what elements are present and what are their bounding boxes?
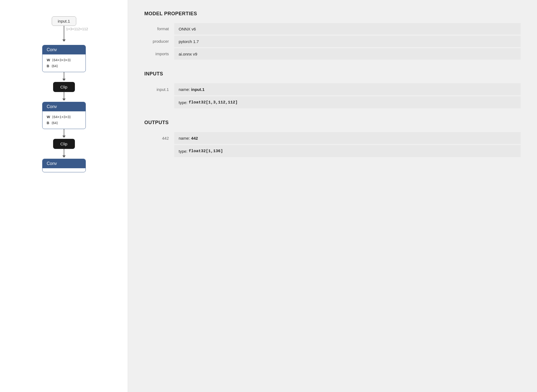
conv1-param-w: W ⟨64×3×3×3⟩ [47,57,81,63]
prop-row-format: format ONNX v6 [144,23,521,35]
prop-value-producer: pytorch 1.7 [174,36,521,47]
input-row-1: input.1 name: input.1 type: float32[1,3,… [144,83,521,109]
model-properties-section: MODEL PROPERTIES format ONNX v6 producer… [144,11,521,60]
outputs-section: OUTPUTS 442 name: 442 type: float32[1,13… [144,120,521,158]
prop-key-producer: producer [144,36,174,47]
conv3-node[interactable]: Conv [42,159,86,172]
prop-key-format: format [144,23,174,34]
conv2-param-b: B ⟨64⟩ [47,120,81,126]
clip1-node[interactable]: Clip [53,82,75,92]
properties-panel: MODEL PROPERTIES format ONNX v6 producer… [128,0,537,392]
input-node[interactable]: input.1 [52,16,76,26]
conv1-body: W ⟨64×3×3×3⟩ B ⟨64⟩ [42,54,86,72]
inputs-title: INPUTS [144,71,521,77]
prop-row-imports: imports ai.onnx v9 [144,48,521,60]
conv3-header: Conv [42,159,86,168]
conv1-node[interactable]: Conv W ⟨64×3×3×3⟩ B ⟨64⟩ [42,45,86,72]
graph-container: input.1 1×3×112×112 Conv W ⟨64×3×3×3⟩ B … [42,16,86,172]
conv2-node[interactable]: Conv W ⟨64×1×3×3⟩ B ⟨64⟩ [42,102,86,129]
clip1-label: Clip [60,85,68,89]
conv1-param-b: B ⟨64⟩ [47,63,81,69]
conv1-header: Conv [42,45,86,54]
conv2-body: W ⟨64×1×3×3⟩ B ⟨64⟩ [42,111,86,129]
prop-value-imports: ai.onnx v9 [174,48,521,60]
prop-row-producer: producer pytorch 1.7 [144,36,521,48]
edge1-label: 1×3×112×112 [66,27,88,31]
conv2-param-w: W ⟨64×1×3×3⟩ [47,114,81,120]
input-value-block-1: name: input.1 type: float32[1,3,112,112] [174,83,521,109]
input-node-label: input.1 [58,19,70,23]
conv2-header: Conv [42,102,86,111]
output-value-block-1: name: 442 type: float32[1,136] [174,132,521,158]
output-type-line: type: float32[1,136] [174,145,521,157]
output-row-1: 442 name: 442 type: float32[1,136] [144,132,521,158]
input-name-line: name: input.1 [174,83,521,95]
input-type-line: type: float32[1,3,112,112] [174,96,521,108]
output-key-1: 442 [144,132,174,140]
outputs-title: OUTPUTS [144,120,521,125]
output-name-line: name: 442 [174,132,521,144]
input-key-1: input.1 [144,83,174,92]
inputs-section: INPUTS input.1 name: input.1 type: float… [144,71,521,109]
prop-key-imports: imports [144,48,174,59]
clip2-label: Clip [60,142,68,146]
graph-panel: input.1 1×3×112×112 Conv W ⟨64×3×3×3⟩ B … [0,0,128,392]
model-properties-title: MODEL PROPERTIES [144,11,521,17]
prop-value-format: ONNX v6 [174,23,521,35]
clip2-node[interactable]: Clip [53,139,75,149]
